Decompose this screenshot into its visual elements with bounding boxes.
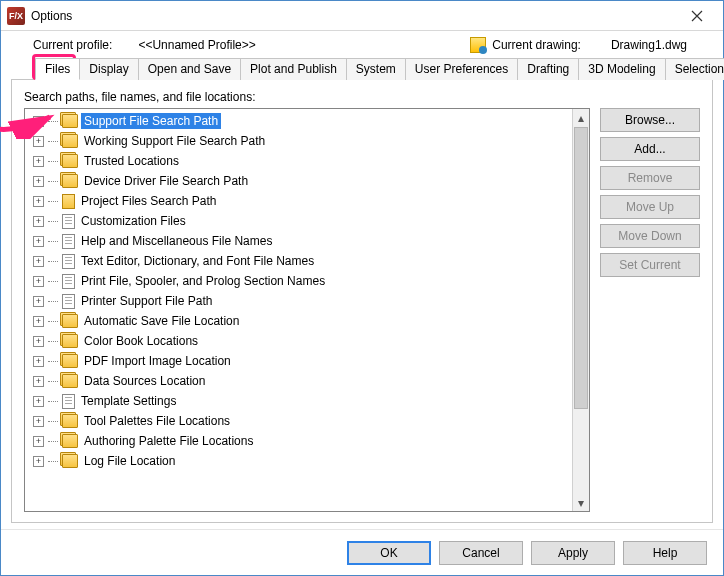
tree-item[interactable]: +Device Driver File Search Path <box>27 171 572 191</box>
tab-drafting[interactable]: Drafting <box>517 58 579 80</box>
set-current-button: Set Current <box>600 253 700 277</box>
expand-toggle[interactable]: + <box>33 136 44 147</box>
expand-toggle[interactable]: + <box>33 416 44 427</box>
scroll-up-button[interactable]: ▴ <box>573 109 589 126</box>
options-dialog: F/X Options Current profile: <<Unnamed P… <box>0 0 724 576</box>
add-button[interactable]: Add... <box>600 137 700 161</box>
tree-item-label: Template Settings <box>78 393 179 409</box>
scrollbar-vertical[interactable]: ▴ ▾ <box>572 109 589 511</box>
move-up-button: Move Up <box>600 195 700 219</box>
document-icon <box>62 274 75 289</box>
expand-toggle[interactable]: + <box>33 196 44 207</box>
tab-system[interactable]: System <box>346 58 406 80</box>
tree-view[interactable]: +Support File Search Path+Working Suppor… <box>24 108 590 512</box>
dialog-footer: OK Cancel Apply Help <box>1 529 723 575</box>
tree-item[interactable]: +Color Book Locations <box>27 331 572 351</box>
tree-item-label: Printer Support File Path <box>78 293 215 309</box>
tree-item-label: Customization Files <box>78 213 189 229</box>
tab-plot-and-publish[interactable]: Plot and Publish <box>240 58 347 80</box>
tree-item[interactable]: +Text Editor, Dictionary, and Font File … <box>27 251 572 271</box>
current-drawing-value: Drawing1.dwg <box>611 38 687 52</box>
tree-item[interactable]: +PDF Import Image Location <box>27 351 572 371</box>
window-title: Options <box>31 9 675 23</box>
tree-item[interactable]: +Automatic Save File Location <box>27 311 572 331</box>
drawing-icon <box>470 37 486 53</box>
tree-item-label: Print File, Spooler, and Prolog Section … <box>78 273 328 289</box>
expand-toggle[interactable]: + <box>33 216 44 227</box>
ok-button[interactable]: OK <box>347 541 431 565</box>
expand-toggle[interactable]: + <box>33 436 44 447</box>
tree-item-label: Device Driver File Search Path <box>81 173 251 189</box>
expand-toggle[interactable]: + <box>33 176 44 187</box>
expand-toggle[interactable]: + <box>33 256 44 267</box>
tab-panel-files: Search paths, file names, and file locat… <box>11 80 713 523</box>
current-drawing-label: Current drawing: <box>492 38 581 52</box>
profile-row: Current profile: <<Unnamed Profile>> Cur… <box>33 37 713 53</box>
expand-toggle[interactable]: + <box>33 156 44 167</box>
folder-stack-icon <box>62 454 78 468</box>
tree-item[interactable]: +Print File, Spooler, and Prolog Section… <box>27 271 572 291</box>
tree-label: Search paths, file names, and file locat… <box>24 90 700 104</box>
expand-toggle[interactable]: + <box>33 336 44 347</box>
tree-item-label: Automatic Save File Location <box>81 313 242 329</box>
folder-stack-icon <box>62 414 78 428</box>
folder-stack-icon <box>62 134 78 148</box>
folder-stack-icon <box>62 114 78 128</box>
current-profile-label: Current profile: <box>33 38 112 52</box>
tree-item-label: Working Support File Search Path <box>81 133 268 149</box>
close-button[interactable] <box>675 2 719 30</box>
tab-display[interactable]: Display <box>79 58 138 80</box>
tree-item-label: Tool Palettes File Locations <box>81 413 233 429</box>
folder-stack-icon <box>62 334 78 348</box>
tree-item[interactable]: +Authoring Palette File Locations <box>27 431 572 451</box>
tree-item-label: Trusted Locations <box>81 153 182 169</box>
tree-item[interactable]: +Printer Support File Path <box>27 291 572 311</box>
tab-user-preferences[interactable]: User Preferences <box>405 58 518 80</box>
document-icon <box>62 234 75 249</box>
tab-files[interactable]: Files <box>35 58 80 80</box>
tab-3d-modeling[interactable]: 3D Modeling <box>578 58 665 80</box>
tree-item[interactable]: +Data Sources Location <box>27 371 572 391</box>
expand-toggle[interactable]: + <box>33 356 44 367</box>
tree-item[interactable]: +Project Files Search Path <box>27 191 572 211</box>
tree-item[interactable]: +Working Support File Search Path <box>27 131 572 151</box>
tree-item-label: Project Files Search Path <box>78 193 219 209</box>
folder-stack-icon <box>62 174 78 188</box>
tree-item-label: PDF Import Image Location <box>81 353 234 369</box>
tree-item[interactable]: +Customization Files <box>27 211 572 231</box>
document-icon <box>62 294 75 309</box>
help-button[interactable]: Help <box>623 541 707 565</box>
tree-item-label: Support File Search Path <box>81 113 221 129</box>
tree-item[interactable]: +Tool Palettes File Locations <box>27 411 572 431</box>
tree-item[interactable]: +Support File Search Path <box>27 111 572 131</box>
expand-toggle[interactable]: + <box>33 456 44 467</box>
move-down-button: Move Down <box>600 224 700 248</box>
tree-item[interactable]: +Template Settings <box>27 391 572 411</box>
expand-toggle[interactable]: + <box>33 396 44 407</box>
remove-button: Remove <box>600 166 700 190</box>
tab-strip: FilesDisplayOpen and SavePlot and Publis… <box>11 57 713 80</box>
tree-item[interactable]: +Log File Location <box>27 451 572 471</box>
tree-item[interactable]: +Help and Miscellaneous File Names <box>27 231 572 251</box>
cancel-button[interactable]: Cancel <box>439 541 523 565</box>
expand-toggle[interactable]: + <box>33 316 44 327</box>
scroll-down-button[interactable]: ▾ <box>573 494 589 511</box>
folder-stack-icon <box>62 354 78 368</box>
expand-toggle[interactable]: + <box>33 376 44 387</box>
tab-open-and-save[interactable]: Open and Save <box>138 58 241 80</box>
tree-item-label: Data Sources Location <box>81 373 208 389</box>
document-icon <box>62 254 75 269</box>
apply-button[interactable]: Apply <box>531 541 615 565</box>
expand-toggle[interactable]: + <box>33 296 44 307</box>
expand-toggle[interactable]: + <box>33 276 44 287</box>
side-button-column: Browse...Add...RemoveMove UpMove DownSet… <box>600 108 700 512</box>
folder-stack-icon <box>62 314 78 328</box>
tab-selection[interactable]: Selection <box>665 58 724 80</box>
browse-button[interactable]: Browse... <box>600 108 700 132</box>
expand-toggle[interactable]: + <box>33 236 44 247</box>
tree-item[interactable]: +Trusted Locations <box>27 151 572 171</box>
expand-toggle[interactable]: + <box>33 116 44 127</box>
scroll-thumb[interactable] <box>574 127 588 409</box>
folder-stack-icon <box>62 374 78 388</box>
tree-item-label: Text Editor, Dictionary, and Font File N… <box>78 253 317 269</box>
